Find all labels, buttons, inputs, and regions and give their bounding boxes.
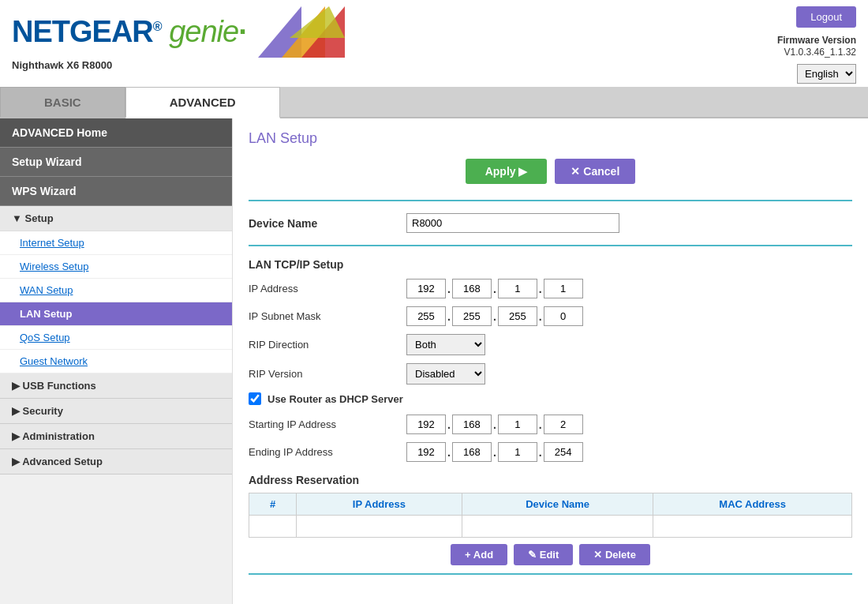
registered-mark: ® bbox=[153, 20, 162, 33]
reservation-table: # IP Address Device Name MAC Address bbox=[249, 493, 852, 538]
table-row bbox=[249, 516, 852, 538]
ip-address-label: IP Address bbox=[249, 283, 406, 294]
edit-button[interactable]: ✎ Edit bbox=[514, 544, 573, 565]
firmware-label: Firmware Version bbox=[777, 35, 856, 46]
ip-address-group: . . . bbox=[406, 279, 583, 298]
apply-button[interactable]: Apply ▶ bbox=[466, 159, 548, 184]
dhcp-checkbox[interactable] bbox=[249, 392, 261, 405]
subnet-mask-label: IP Subnet Mask bbox=[249, 310, 406, 322]
tab-basic[interactable]: BASIC bbox=[0, 87, 125, 117]
logout-button[interactable]: Logout bbox=[796, 6, 856, 28]
sidebar-item-guest-network[interactable]: Guest Network bbox=[0, 350, 232, 373]
sidebar-item-internet-setup[interactable]: Internet Setup bbox=[0, 231, 232, 255]
ip-octet-4[interactable] bbox=[544, 279, 583, 298]
start-ip-octet-1[interactable] bbox=[406, 415, 446, 434]
cancel-button[interactable]: ✕ Cancel bbox=[555, 159, 635, 184]
starting-ip-group: . . . bbox=[406, 415, 583, 434]
ip-octet-2[interactable] bbox=[452, 279, 492, 298]
lan-tcpip-title: LAN TCP/IP Setup bbox=[249, 258, 852, 271]
end-ip-octet-4[interactable] bbox=[544, 442, 583, 462]
device-model: Nighthawk X6 R8000 bbox=[12, 59, 345, 71]
advanced-setup-section[interactable]: ▶ Advanced Setup bbox=[0, 449, 232, 475]
subnet-octet-4[interactable] bbox=[544, 306, 583, 326]
start-ip-octet-2[interactable] bbox=[452, 415, 492, 434]
genie-text: genie bbox=[162, 15, 239, 48]
subnet-octet-3[interactable] bbox=[498, 306, 537, 326]
delete-button[interactable]: ✕ Delete bbox=[579, 544, 650, 565]
rip-direction-select[interactable]: Both In Only Out Only None bbox=[406, 334, 485, 355]
rip-version-select[interactable]: Disabled RIP-1 RIP-2 Both bbox=[406, 363, 485, 385]
start-ip-octet-4[interactable] bbox=[544, 415, 583, 434]
advanced-home-button[interactable]: ADVANCED Home bbox=[0, 118, 232, 148]
device-name-label: Device Name bbox=[249, 217, 406, 230]
firmware-version: V1.0.3.46_1.1.32 bbox=[784, 47, 856, 58]
administration-section[interactable]: ▶ Administration bbox=[0, 424, 232, 449]
col-ip-header: IP Address bbox=[297, 493, 462, 516]
subnet-octet-1[interactable] bbox=[406, 306, 446, 326]
sidebar-item-wan-setup[interactable]: WAN Setup bbox=[0, 279, 232, 302]
page-title: LAN Setup bbox=[249, 130, 852, 147]
start-ip-octet-3[interactable] bbox=[498, 415, 537, 434]
language-select[interactable]: English bbox=[797, 64, 856, 84]
rip-version-label: RIP Version bbox=[249, 368, 406, 380]
starting-ip-label: Starting IP Address bbox=[249, 418, 406, 430]
ip-octet-1[interactable] bbox=[406, 279, 446, 298]
device-name-input[interactable] bbox=[406, 213, 619, 233]
rip-direction-label: RIP Direction bbox=[249, 339, 406, 351]
dhcp-checkbox-label: Use Router as DHCP Server bbox=[268, 393, 403, 405]
col-mac-header: MAC Address bbox=[653, 493, 852, 516]
logo-triangles bbox=[258, 6, 345, 58]
subnet-mask-group: . . . bbox=[406, 306, 583, 326]
add-button[interactable]: + Add bbox=[451, 544, 507, 565]
end-ip-octet-1[interactable] bbox=[406, 442, 446, 462]
security-section[interactable]: ▶ Security bbox=[0, 399, 232, 424]
ending-ip-label: Ending IP Address bbox=[249, 446, 406, 458]
wps-wizard-button[interactable]: WPS Wizard bbox=[0, 177, 232, 206]
end-ip-octet-3[interactable] bbox=[498, 442, 537, 462]
ending-ip-group: . . . bbox=[406, 442, 583, 462]
setup-section-header[interactable]: ▼ Setup bbox=[0, 206, 232, 231]
end-ip-octet-2[interactable] bbox=[452, 442, 492, 462]
reservation-title: Address Reservation bbox=[249, 474, 852, 486]
col-num-header: # bbox=[249, 493, 297, 516]
sidebar-item-wireless-setup[interactable]: Wireless Setup bbox=[0, 255, 232, 279]
sidebar-item-qos-setup[interactable]: QoS Setup bbox=[0, 326, 232, 350]
sidebar-item-lan-setup[interactable]: LAN Setup bbox=[0, 302, 232, 326]
setup-wizard-button[interactable]: Setup Wizard bbox=[0, 148, 232, 177]
netgear-logo: NETGEAR® genie· bbox=[12, 15, 246, 49]
setup-section: ▼ Setup Internet Setup Wireless Setup WA… bbox=[0, 206, 232, 373]
tab-advanced[interactable]: ADVANCED bbox=[125, 87, 280, 118]
subnet-octet-2[interactable] bbox=[452, 306, 492, 326]
col-device-header: Device Name bbox=[462, 493, 653, 516]
usb-functions-section[interactable]: ▶ USB Functions bbox=[0, 373, 232, 399]
ip-octet-3[interactable] bbox=[498, 279, 537, 298]
